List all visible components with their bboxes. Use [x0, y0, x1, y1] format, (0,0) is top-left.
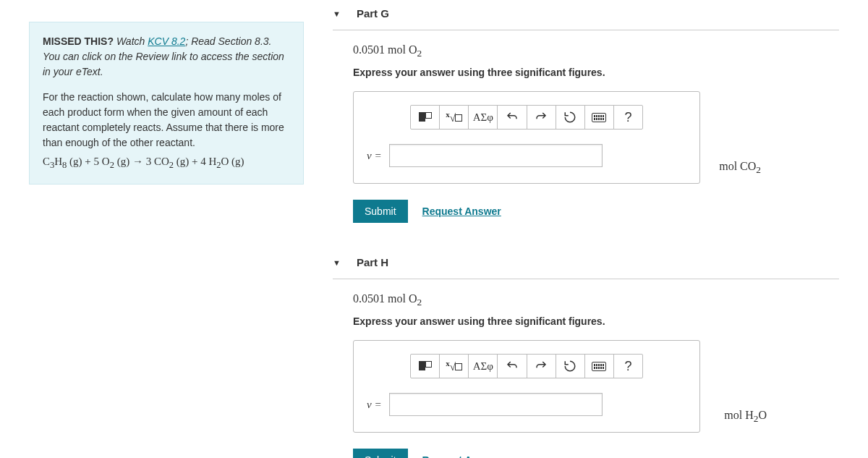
keyboard-icon[interactable]: [585, 355, 614, 378]
math-tool[interactable]: x√: [440, 106, 469, 129]
part-g-amount: 0.0501 mol O2: [353, 43, 839, 59]
problem-description: For the reaction shown, calculate how ma…: [43, 90, 290, 150]
part-h-input[interactable]: [389, 393, 603, 416]
caret-down-icon[interactable]: ▼: [333, 9, 341, 18]
math-tool[interactable]: x√: [440, 355, 469, 378]
undo-icon[interactable]: [498, 106, 527, 129]
missed-label: MISSED THIS?: [43, 35, 114, 47]
reaction-equation: C3H8 (g) + 5 O2 (g) → 3 CO2 (g) + 4 H2O …: [43, 153, 290, 172]
help-icon[interactable]: ?: [614, 355, 642, 378]
help-icon[interactable]: ?: [614, 106, 642, 129]
var-label: ν =: [367, 150, 382, 162]
part-g-unit: mol CO2: [719, 160, 761, 176]
hint-box: MISSED THIS? Watch KCV 8.2; Read Section…: [29, 22, 304, 185]
part-g-instruction: Express your answer using three signific…: [353, 67, 839, 78]
part-h-instruction: Express your answer using three signific…: [353, 315, 839, 327]
greek-tool[interactable]: ΑΣφ: [469, 355, 498, 378]
part-h-amount: 0.0501 mol O2: [353, 292, 839, 308]
part-g-submit-button[interactable]: Submit: [353, 200, 408, 223]
part-g-toolbar: x√ ΑΣφ ?: [410, 105, 643, 130]
part-h-answer-box: x√ ΑΣφ ?: [353, 340, 700, 433]
part-g-header[interactable]: ▼ Part G: [333, 0, 839, 30]
reset-icon[interactable]: [556, 355, 585, 378]
kcv-link[interactable]: KCV 8.2: [148, 35, 185, 47]
part-h-title: Part H: [357, 256, 388, 268]
template-tool[interactable]: [411, 355, 440, 378]
caret-down-icon[interactable]: ▼: [333, 258, 341, 267]
part-g-request-link[interactable]: Request Answer: [422, 205, 501, 217]
part-h-toolbar: x√ ΑΣφ ?: [410, 354, 643, 378]
part-g-answer-box: x√ ΑΣφ ?: [353, 91, 700, 184]
part-h-submit-button[interactable]: Submit: [353, 449, 408, 458]
keyboard-icon[interactable]: [585, 106, 614, 129]
part-h-unit: mol H2O: [724, 409, 767, 425]
var-label: ν =: [367, 399, 382, 411]
greek-tool[interactable]: ΑΣφ: [469, 106, 498, 129]
redo-icon[interactable]: [527, 106, 556, 129]
part-h-header[interactable]: ▼ Part H: [333, 249, 839, 279]
part-h-request-link[interactable]: Request Answer: [422, 454, 501, 458]
part-g-input[interactable]: [389, 144, 603, 167]
template-tool[interactable]: [411, 106, 440, 129]
watch-text: Watch: [116, 35, 145, 47]
undo-icon[interactable]: [498, 355, 527, 378]
part-g-title: Part G: [357, 7, 389, 20]
redo-icon[interactable]: [527, 355, 556, 378]
reset-icon[interactable]: [556, 106, 585, 129]
